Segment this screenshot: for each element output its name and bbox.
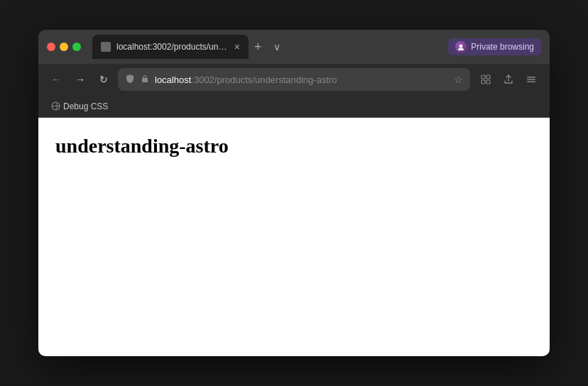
nav-right-buttons <box>476 71 541 88</box>
svg-rect-4 <box>486 75 490 79</box>
container-icon-button[interactable] <box>476 71 496 88</box>
url-host: localhost <box>155 75 191 85</box>
svg-rect-5 <box>481 80 485 84</box>
svg-rect-8 <box>527 79 535 80</box>
tab-bar: localhost:3002/products/understan… × + ∨ <box>92 35 442 59</box>
svg-rect-3 <box>481 75 485 79</box>
reload-button[interactable]: ↻ <box>95 71 112 88</box>
browser-window: localhost:3002/products/understan… × + ∨… <box>38 30 550 356</box>
bookmark-item-debug-css[interactable]: Debug CSS <box>47 100 112 113</box>
url-path: :3002/products/understanding-astro <box>191 75 337 85</box>
new-tab-button[interactable]: + <box>251 37 265 57</box>
svg-rect-6 <box>486 80 490 84</box>
shield-icon <box>125 74 135 86</box>
svg-rect-7 <box>527 77 535 78</box>
svg-rect-2 <box>142 78 148 82</box>
forward-button[interactable]: → <box>71 71 89 88</box>
bookmark-toolbar: Debug CSS <box>38 95 550 118</box>
active-tab[interactable]: localhost:3002/products/understan… × <box>92 35 249 59</box>
traffic-lights <box>47 43 81 51</box>
tab-title: localhost:3002/products/understan… <box>116 42 229 52</box>
lock-icon <box>141 75 149 85</box>
minimize-button[interactable] <box>60 43 68 51</box>
bookmark-star-button[interactable]: ☆ <box>454 74 463 85</box>
svg-point-1 <box>458 48 464 51</box>
tab-favicon <box>101 42 111 52</box>
page-content: understanding-astro <box>38 118 550 356</box>
navigation-bar: ← → ↻ localhost:3002/products/understand… <box>38 64 550 95</box>
close-button[interactable] <box>47 43 55 51</box>
hamburger-menu-button[interactable] <box>521 71 541 88</box>
page-heading: understanding-astro <box>55 135 533 158</box>
bookmark-label-debug-css: Debug CSS <box>63 101 108 111</box>
address-bar[interactable]: localhost:3002/products/understanding-as… <box>118 68 470 91</box>
maximize-button[interactable] <box>72 43 81 51</box>
svg-rect-9 <box>527 82 535 83</box>
private-browsing-badge: Private browsing <box>448 38 541 55</box>
private-browsing-icon <box>455 41 467 53</box>
back-button[interactable]: ← <box>47 71 65 88</box>
title-bar: localhost:3002/products/understan… × + ∨… <box>38 30 550 64</box>
url-text: localhost:3002/products/understanding-as… <box>155 75 448 85</box>
svg-point-0 <box>459 45 463 48</box>
tab-dropdown-button[interactable]: ∨ <box>268 38 286 55</box>
tab-close-icon[interactable]: × <box>234 42 240 52</box>
private-browsing-label: Private browsing <box>471 42 534 52</box>
share-button[interactable] <box>499 71 518 88</box>
